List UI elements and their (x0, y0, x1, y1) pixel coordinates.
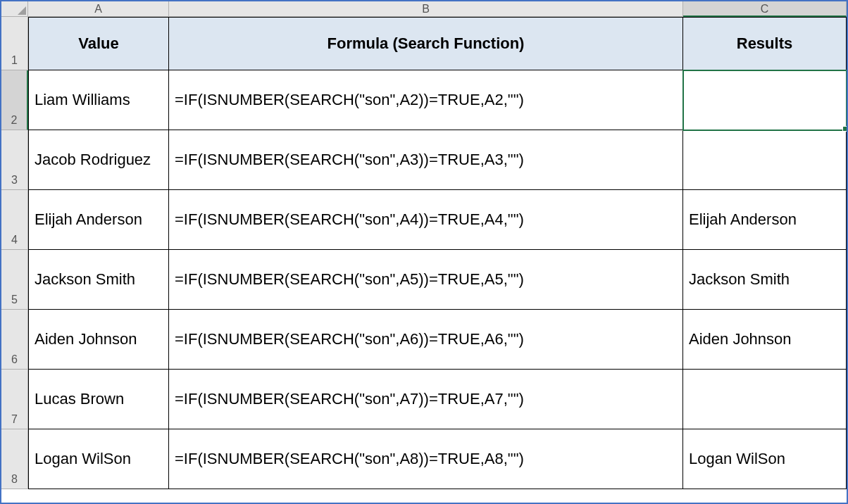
cell-a2-value[interactable]: Liam Williams (28, 70, 169, 130)
cell-b2-formula[interactable]: =IF(ISNUMBER(SEARCH("son",A2))=TRUE,A2,"… (169, 70, 683, 130)
row-header-6[interactable]: 6 (1, 310, 28, 370)
cell-b8-formula[interactable]: =IF(ISNUMBER(SEARCH("son",A8))=TRUE,A8,"… (169, 429, 683, 489)
row-header-4[interactable]: 4 (1, 190, 28, 250)
cell-c2-result[interactable] (683, 70, 847, 130)
cell-c4-result[interactable]: Elijah Anderson (683, 190, 847, 250)
cell-c6-result[interactable]: Aiden Johnson (683, 310, 847, 370)
row-header-7[interactable]: 7 (1, 370, 28, 429)
cell-a6-value[interactable]: Aiden Johnson (28, 310, 169, 370)
row-header-5[interactable]: 5 (1, 250, 28, 310)
cell-b7-formula[interactable]: =IF(ISNUMBER(SEARCH("son",A7))=TRUE,A7,"… (169, 370, 683, 429)
cell-c8-result[interactable]: Logan WilSon (683, 429, 847, 489)
cell-b6-formula[interactable]: =IF(ISNUMBER(SEARCH("son",A6))=TRUE,A6,"… (169, 310, 683, 370)
row-header-3[interactable]: 3 (1, 130, 28, 190)
cell-a3-value[interactable]: Jacob Rodriguez (28, 130, 169, 190)
cell-b4-formula[interactable]: =IF(ISNUMBER(SEARCH("son",A4))=TRUE,A4,"… (169, 190, 683, 250)
cell-c1-header-results[interactable]: Results (683, 17, 847, 70)
cell-a8-value[interactable]: Logan WilSon (28, 429, 169, 489)
cell-a1-header-value[interactable]: Value (28, 17, 169, 70)
col-header-a[interactable]: A (28, 1, 169, 17)
cell-c7-result[interactable] (683, 370, 847, 429)
cell-b1-header-formula[interactable]: Formula (Search Function) (169, 17, 683, 70)
row-header-1[interactable]: 1 (1, 17, 28, 70)
cell-c3-result[interactable] (683, 130, 847, 190)
cell-a7-value[interactable]: Lucas Brown (28, 370, 169, 429)
col-header-b[interactable]: B (169, 1, 683, 17)
row-header-8[interactable]: 8 (1, 429, 28, 489)
row-header-2[interactable]: 2 (1, 70, 28, 130)
cell-b5-formula[interactable]: =IF(ISNUMBER(SEARCH("son",A5))=TRUE,A5,"… (169, 250, 683, 310)
cell-c5-result[interactable]: Jackson Smith (683, 250, 847, 310)
cell-a4-value[interactable]: Elijah Anderson (28, 190, 169, 250)
spreadsheet-grid: A B C 1 Value Formula (Search Function) … (1, 1, 847, 503)
cell-b3-formula[interactable]: =IF(ISNUMBER(SEARCH("son",A3))=TRUE,A3,"… (169, 130, 683, 190)
cell-a5-value[interactable]: Jackson Smith (28, 250, 169, 310)
col-header-c[interactable]: C (683, 1, 847, 17)
select-all-corner[interactable] (1, 1, 28, 17)
